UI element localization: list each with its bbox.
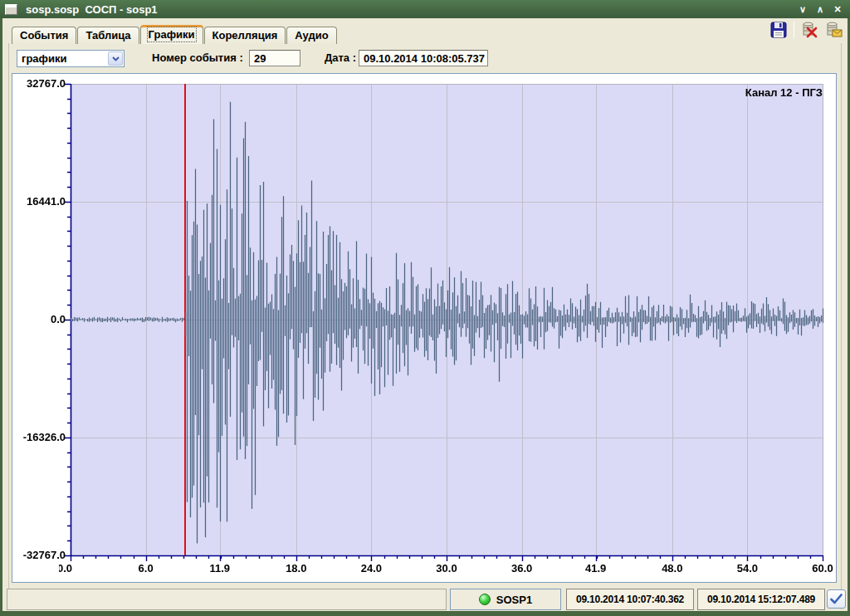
tab-audio[interactable]: Аудио (286, 27, 336, 44)
maximize-icon[interactable]: ∧ (814, 4, 826, 15)
view-select-value: графики (17, 52, 108, 65)
statusbar: SOSP1 09.10.2014 10:07:40.362 09.10.2014… (2, 587, 848, 611)
waveform-chart[interactable]: 32767.016441.00.0-16326.0-32767.00.06.01… (12, 73, 837, 583)
x-tick-label: 30.0 (427, 562, 466, 574)
tab-correlation[interactable]: Корелляция (204, 27, 286, 44)
db-discard-icon[interactable] (801, 21, 818, 38)
seismogram-canvas[interactable] (12, 74, 836, 582)
x-tick-label: 11.9 (201, 562, 239, 574)
y-tick-label: -16326.0 (14, 431, 66, 443)
chevron-down-icon[interactable] (108, 51, 123, 66)
titlebar[interactable]: sosp.sosp СОСП - sosp1 ∨ ∧ ✕ (0, 0, 850, 18)
tab-events[interactable]: События (12, 27, 76, 44)
y-tick-label: 32767.0 (14, 77, 66, 90)
tab-table[interactable]: Таблица (77, 27, 139, 44)
tab-bar: СобытияТаблицаГрафикиКорелляцияАудио (12, 25, 338, 44)
tab-label: Таблица (85, 29, 130, 42)
tab-label: События (20, 29, 68, 42)
channel-label: Канал 12 - ПГЗ (745, 86, 823, 99)
date-field[interactable]: 09.10.2014 10:08:05.737 (359, 50, 488, 66)
x-tick-label: 41.9 (577, 562, 615, 574)
tab-label: Корелляция (212, 29, 278, 42)
x-tick-label: 0.0 (59, 562, 72, 574)
tab-graphs[interactable]: Графики (140, 25, 203, 44)
x-tick-label: 36.0 (503, 562, 541, 574)
station-name: SOSP1 (496, 594, 532, 606)
view-select[interactable]: графики (17, 50, 125, 67)
close-icon[interactable]: ✕ (832, 4, 843, 15)
controls-row: графики Номер события : 29 Дата : 09.10.… (2, 48, 848, 70)
window-title: sosp.sosp СОСП - sosp1 (26, 3, 158, 16)
status-spacer-panel (7, 589, 447, 610)
event-number-field[interactable]: 29 (249, 50, 300, 66)
toolbar (769, 21, 843, 38)
db-mail-icon[interactable] (825, 21, 843, 38)
client-area: СобытияТаблицаГрафикиКорелляцияАудио гра… (2, 18, 848, 611)
event-number-label: Номер события : (152, 51, 243, 64)
app-window: sosp.sosp СОСП - sosp1 ∨ ∧ ✕ (0, 0, 850, 616)
window-controls: ∨ ∧ ✕ (797, 4, 843, 15)
current-time-panel: 09.10.2014 15:12:07.489 (697, 589, 825, 610)
y-tick-label: 16441.0 (14, 195, 66, 208)
x-tick-label: 18.0 (277, 562, 315, 574)
date-label: Дата : (325, 51, 356, 64)
toolbar-separator (794, 22, 794, 38)
tab-label: Графики (149, 28, 195, 41)
x-tick-label: 24.0 (352, 562, 390, 574)
y-tick-label: 0.0 (14, 313, 66, 325)
window-icon (5, 4, 17, 15)
confirm-check-button[interactable] (827, 589, 846, 609)
event-time-panel: 09.10.2014 10:07:40.362 (566, 589, 694, 610)
y-tick-label: -32767.0 (14, 549, 66, 561)
minimize-icon[interactable]: ∨ (797, 4, 808, 15)
status-led-icon (479, 594, 491, 605)
save-icon[interactable] (769, 21, 787, 38)
x-tick-label: 6.0 (127, 562, 165, 574)
x-tick-label: 60.0 (804, 562, 842, 574)
tab-label: Аудио (295, 29, 328, 42)
station-panel: SOSP1 (450, 589, 561, 610)
x-tick-label: 54.0 (728, 562, 766, 574)
x-tick-label: 48.0 (653, 562, 691, 574)
